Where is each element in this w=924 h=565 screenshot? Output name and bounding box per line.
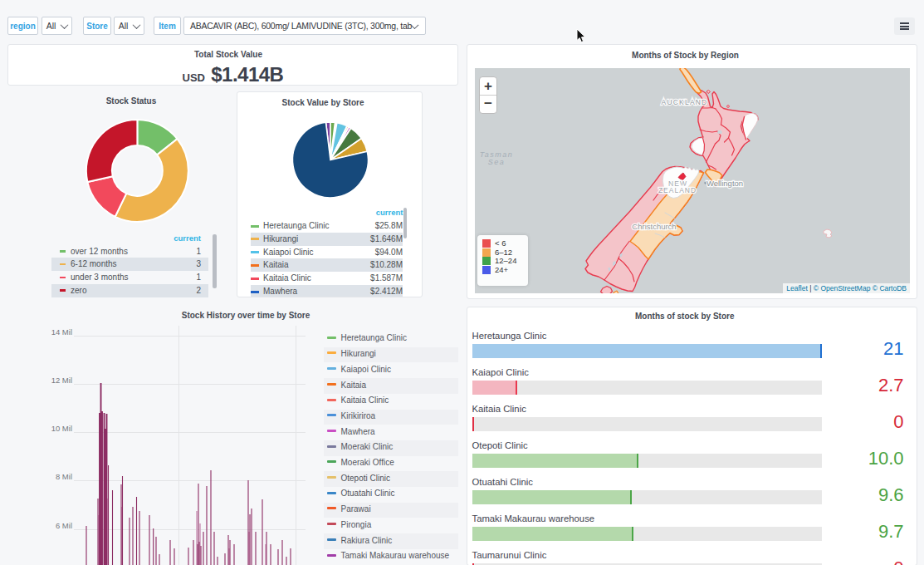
svg-text:ZEALAND: ZEALAND: [658, 186, 697, 194]
svg-text:Christchurch: Christchurch: [632, 222, 676, 231]
svg-text:Sea: Sea: [488, 158, 506, 166]
svg-text:Wellington: Wellington: [706, 179, 743, 188]
svg-text:AUCKLAND: AUCKLAND: [662, 98, 708, 106]
